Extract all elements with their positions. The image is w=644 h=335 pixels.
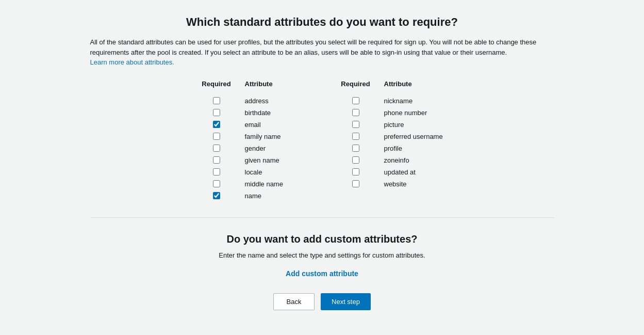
- add-custom-attribute-button[interactable]: Add custom attribute: [286, 269, 358, 278]
- right-attribute-column: Required Attribute nicknamephone numberp…: [338, 80, 446, 202]
- attribute-label: given name: [245, 156, 307, 164]
- attribute-label: preferred username: [384, 133, 446, 140]
- attribute-checkbox[interactable]: [213, 168, 220, 176]
- table-row: name: [199, 190, 307, 202]
- table-row: zoneinfo: [338, 154, 446, 166]
- attribute-label: updated at: [384, 168, 446, 176]
- table-row: nickname: [338, 95, 446, 107]
- table-row: middle name: [199, 178, 307, 190]
- checkbox-cell: [199, 180, 235, 187]
- attribute-checkbox[interactable]: [213, 133, 220, 140]
- attribute-checkbox[interactable]: [352, 97, 359, 104]
- table-row: profile: [338, 142, 446, 154]
- attribute-label: phone number: [384, 109, 446, 117]
- right-rows: nicknamephone numberpicturepreferred use…: [338, 95, 446, 190]
- page-description: All of the standard attributes can be us…: [90, 37, 554, 68]
- table-row: updated at: [338, 166, 446, 178]
- checkbox-cell: [338, 145, 374, 152]
- attribute-checkbox[interactable]: [213, 156, 220, 164]
- table-row: address: [199, 95, 307, 107]
- left-rows: addressbirthdateemailfamily namegendergi…: [199, 95, 307, 202]
- right-header-required: Required: [338, 80, 374, 88]
- attribute-checkbox[interactable]: [213, 180, 220, 187]
- checkbox-cell: [199, 168, 235, 176]
- attribute-checkbox[interactable]: [352, 109, 359, 116]
- left-attribute-column: Required Attribute addressbirthdateemail…: [199, 80, 307, 202]
- checkbox-cell: [338, 156, 374, 164]
- custom-section-title: Do you want to add custom attributes?: [90, 233, 554, 245]
- table-row: picture: [338, 119, 446, 131]
- checkbox-cell: [199, 97, 235, 104]
- attribute-checkbox[interactable]: [213, 145, 220, 152]
- attribute-checkbox[interactable]: [352, 133, 359, 140]
- page-container: Which standard attributes do you want to…: [90, 15, 554, 310]
- checkbox-cell: [338, 168, 374, 176]
- checkbox-cell: [199, 192, 235, 199]
- attribute-label: website: [384, 180, 446, 188]
- attributes-container: Required Attribute addressbirthdateemail…: [90, 80, 554, 202]
- attribute-checkbox[interactable]: [352, 180, 359, 187]
- attribute-checkbox[interactable]: [213, 97, 220, 104]
- attribute-checkbox[interactable]: [352, 156, 359, 164]
- attribute-checkbox[interactable]: [352, 168, 359, 176]
- page-title: Which standard attributes do you want to…: [90, 15, 554, 29]
- checkbox-cell: [199, 156, 235, 164]
- table-row: email: [199, 119, 307, 131]
- left-header-required: Required: [199, 80, 235, 88]
- checkbox-cell: [338, 133, 374, 140]
- attribute-label: address: [245, 97, 307, 105]
- attribute-label: locale: [245, 168, 307, 176]
- table-row: preferred username: [338, 131, 446, 142]
- checkbox-cell: [338, 121, 374, 128]
- next-step-button[interactable]: Next step: [321, 293, 371, 310]
- divider: [90, 217, 554, 218]
- custom-section-description: Enter the name and select the type and s…: [90, 251, 554, 259]
- left-header-attribute: Attribute: [245, 80, 273, 88]
- right-column-header: Required Attribute: [338, 80, 446, 90]
- checkbox-cell: [199, 109, 235, 116]
- right-header-attribute: Attribute: [384, 80, 412, 88]
- checkbox-cell: [338, 180, 374, 187]
- attribute-checkbox[interactable]: [213, 121, 220, 128]
- table-row: website: [338, 178, 446, 190]
- attribute-label: name: [245, 192, 307, 200]
- attribute-checkbox[interactable]: [213, 109, 220, 116]
- attribute-label: nickname: [384, 97, 446, 105]
- attribute-label: email: [245, 121, 307, 129]
- table-row: locale: [199, 166, 307, 178]
- checkbox-cell: [338, 97, 374, 104]
- button-row: Back Next step: [90, 293, 554, 310]
- attribute-label: family name: [245, 133, 307, 140]
- checkbox-cell: [199, 133, 235, 140]
- back-button[interactable]: Back: [273, 293, 315, 310]
- table-row: given name: [199, 154, 307, 166]
- left-column-header: Required Attribute: [199, 80, 307, 90]
- attribute-label: picture: [384, 121, 446, 129]
- attribute-checkbox[interactable]: [352, 145, 359, 152]
- table-row: gender: [199, 142, 307, 154]
- checkbox-cell: [199, 121, 235, 128]
- attribute-label: middle name: [245, 180, 307, 188]
- attribute-label: birthdate: [245, 109, 307, 117]
- learn-more-link[interactable]: Learn more about attributes.: [90, 58, 174, 66]
- table-row: birthdate: [199, 107, 307, 119]
- checkbox-cell: [199, 145, 235, 152]
- attribute-checkbox[interactable]: [213, 192, 220, 199]
- attribute-label: profile: [384, 145, 446, 152]
- attribute-checkbox[interactable]: [352, 121, 359, 128]
- checkbox-cell: [338, 109, 374, 116]
- table-row: phone number: [338, 107, 446, 119]
- attribute-label: gender: [245, 145, 307, 152]
- table-row: family name: [199, 131, 307, 142]
- attribute-label: zoneinfo: [384, 156, 446, 164]
